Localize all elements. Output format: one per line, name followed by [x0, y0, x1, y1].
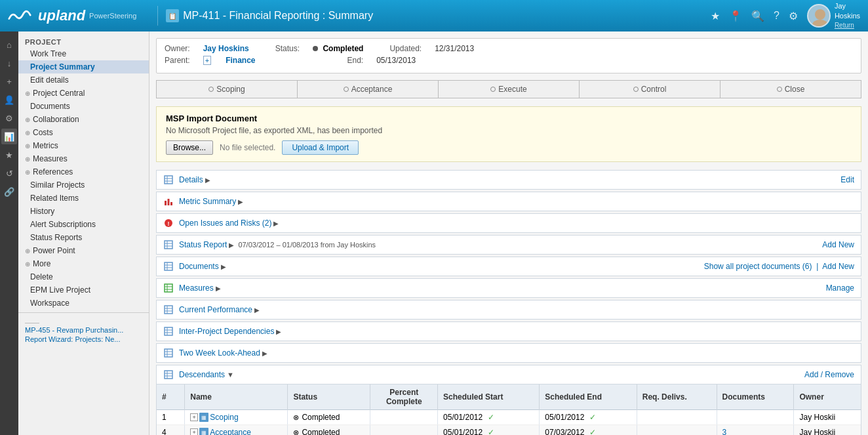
- svg-rect-2: [165, 176, 172, 184]
- end-value: 05/13/2013: [376, 56, 416, 65]
- measures-title[interactable]: Measures ▶: [179, 283, 221, 293]
- phase-close[interactable]: Close: [720, 81, 861, 98]
- phase-execute[interactable]: Execute: [439, 81, 580, 98]
- sidebar-item-collaboration[interactable]: ⊕ Collaboration: [18, 113, 149, 126]
- documents-action[interactable]: Show all project documents (6) | Add New: [704, 262, 854, 271]
- star-bar-icon[interactable]: ★: [1, 147, 17, 163]
- status-text: Completed: [323, 44, 363, 53]
- documents-link[interactable]: 3: [722, 428, 727, 435]
- search-icon[interactable]: 🔍: [751, 10, 764, 22]
- phase-acceptance[interactable]: Acceptance: [298, 81, 439, 98]
- sidebar-item-history[interactable]: History: [18, 205, 149, 218]
- section-two-week: Two Week Look-Ahead ▶: [156, 343, 861, 363]
- sidebar-item-workspace[interactable]: Workspace: [18, 297, 149, 310]
- parent-value[interactable]: Finance: [226, 56, 255, 65]
- row-name-link[interactable]: Scoping: [210, 413, 238, 422]
- sidebar-item-epm-live[interactable]: EPM Live Project: [18, 283, 149, 297]
- no-file-label: No file selected.: [220, 143, 275, 152]
- user-name: JayHoskins: [835, 1, 860, 22]
- section-inter-project: Inter-Project Dependencies ▶: [156, 321, 861, 341]
- phase-label: Scoping: [216, 85, 245, 94]
- parent-expand-icon[interactable]: +: [203, 56, 211, 65]
- sidebar-item-work-tree[interactable]: Work Tree: [18, 47, 149, 60]
- owner-value[interactable]: Jay Hoskins: [203, 44, 249, 53]
- two-week-title[interactable]: Two Week Look-Ahead ▶: [179, 348, 267, 358]
- table-icon-2: [163, 239, 174, 250]
- table-icon-6: [163, 348, 174, 358]
- expand-button[interactable]: +: [190, 413, 198, 421]
- open-issues-title[interactable]: Open Issues and Risks (2) ▶: [179, 218, 279, 228]
- phase-scoping[interactable]: Scoping: [157, 81, 298, 98]
- check-icon: ✓: [589, 428, 596, 435]
- descendants-table: # Name Status PercentComplete Scheduled …: [157, 384, 861, 435]
- sidebar-item-more[interactable]: ⊕ More: [18, 257, 149, 270]
- status-report-add-action[interactable]: Add New: [822, 240, 854, 249]
- sidebar-item-delete[interactable]: Delete: [18, 270, 149, 283]
- help-icon[interactable]: ?: [774, 10, 779, 22]
- details-edit-action[interactable]: Edit: [840, 175, 854, 184]
- avatar: [807, 4, 831, 28]
- sidebar-item-status-reports[interactable]: Status Reports: [18, 231, 149, 244]
- phase-label: Control: [641, 85, 667, 94]
- svg-rect-7: [168, 199, 170, 205]
- home-icon[interactable]: ⌂: [1, 37, 17, 52]
- add-icon[interactable]: +: [1, 73, 17, 89]
- descendants-title[interactable]: Descendants ▼: [179, 370, 234, 379]
- download-icon[interactable]: ↓: [1, 55, 17, 71]
- metric-summary-title[interactable]: Metric Summary ▶: [179, 197, 243, 206]
- sidebar-item-project-central[interactable]: ⊕ Project Central: [18, 87, 149, 100]
- sidebar-recent-link-2[interactable]: Report Wizard: Projects: Ne...: [25, 335, 142, 343]
- sidebar-item-references[interactable]: ⊕ References: [18, 165, 149, 178]
- page-icon: 📋: [166, 9, 179, 22]
- sidebar-item-measures[interactable]: ⊕ Measures: [18, 152, 149, 165]
- msp-title: MSP Import Document: [166, 114, 852, 123]
- inter-project-title[interactable]: Inter-Project Dependencies ▶: [179, 327, 281, 336]
- sidebar-item-costs[interactable]: ⊕ Costs: [18, 126, 149, 139]
- sidebar-item-power-point[interactable]: ⊕ Power Point: [18, 244, 149, 257]
- sidebar-item-documents[interactable]: Documents: [18, 100, 149, 113]
- sidebar-item-related-items[interactable]: Related Items: [18, 192, 149, 205]
- sidebar-item-similar-projects[interactable]: Similar Projects: [18, 178, 149, 192]
- people-icon[interactable]: 👤: [1, 92, 17, 108]
- location-icon[interactable]: 📍: [729, 10, 742, 22]
- status-dot: [313, 46, 318, 51]
- sidebar-item-alert-subscriptions[interactable]: Alert Subscriptions: [18, 218, 149, 231]
- info-row-owner: Owner: Jay Hoskins Status: Completed Upd…: [165, 44, 853, 53]
- project-info-card: Owner: Jay Hoskins Status: Completed Upd…: [156, 38, 861, 73]
- row-name-link[interactable]: Acceptance: [210, 428, 251, 435]
- browse-button[interactable]: Browse...: [166, 140, 213, 155]
- alert-icon: !: [163, 218, 174, 228]
- user-menu[interactable]: JayHoskins Return: [807, 1, 860, 31]
- svg-text:!: !: [168, 220, 170, 227]
- sidebar-footer: —— MP-455 - Revamp Purchasin... Report W…: [18, 312, 149, 350]
- header-breadcrumb: 📋 MP-411 - Financial Reporting : Summary: [166, 9, 711, 22]
- svg-point-1: [812, 20, 828, 28]
- status-report-title[interactable]: Status Report ▶: [179, 240, 234, 249]
- cell-status: ⊗ Completed: [288, 425, 370, 436]
- cell-documents: 3: [717, 425, 794, 436]
- refresh-icon[interactable]: ↺: [1, 165, 17, 181]
- descendants-add-remove[interactable]: Add / Remove: [804, 370, 854, 379]
- upload-import-button[interactable]: Upload & Import: [282, 140, 359, 155]
- measures-action[interactable]: Manage: [826, 283, 854, 293]
- sidebar-item-metrics[interactable]: ⊕ Metrics: [18, 139, 149, 152]
- documents-title[interactable]: Documents ▶: [179, 262, 226, 271]
- settings-icon[interactable]: ⚙: [1, 110, 17, 126]
- sidebar-recent-link-1[interactable]: MP-455 - Revamp Purchasin...: [25, 326, 142, 334]
- star-icon[interactable]: ★: [711, 10, 720, 22]
- link-icon[interactable]: 🔗: [1, 184, 17, 199]
- details-title[interactable]: Details ▶: [179, 175, 210, 184]
- gear-icon[interactable]: ⚙: [789, 10, 798, 22]
- cell-percent: [370, 410, 438, 425]
- green-table-icon: [163, 283, 174, 293]
- cell-req-delivs: [637, 410, 717, 425]
- phase-control[interactable]: Control: [580, 81, 720, 98]
- section-status-report: Status Report ▶ 07/03/2012 – 01/08/2013 …: [156, 235, 861, 255]
- chart-icon[interactable]: 📊: [1, 129, 17, 144]
- sidebar-item-edit-details[interactable]: Edit details: [18, 73, 149, 87]
- svg-rect-15: [165, 262, 172, 270]
- sidebar-item-project-summary[interactable]: Project Summary: [18, 60, 149, 73]
- return-link[interactable]: Return: [835, 21, 860, 30]
- current-performance-title[interactable]: Current Performance ▶: [179, 305, 260, 314]
- expand-button[interactable]: +: [190, 428, 198, 435]
